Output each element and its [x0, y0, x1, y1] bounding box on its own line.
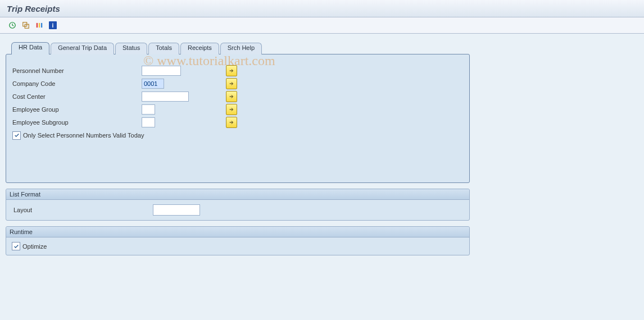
app-window: Trip Receipts i © www.tutorialkart.com H…	[0, 0, 644, 320]
input-employee-group[interactable]	[142, 104, 155, 115]
label-cost-center: Cost Center	[11, 93, 142, 100]
tab-srch-help[interactable]: Srch Help	[220, 43, 262, 54]
row-cost-center: Cost Center	[11, 90, 465, 103]
multiselect-cost-center[interactable]	[226, 91, 237, 102]
label-employee-group: Employee Group	[11, 106, 142, 113]
row-company-code: Company Code	[11, 77, 465, 90]
row-personnel-number: Personnel Number	[11, 65, 465, 77]
toolbar: i	[0, 17, 644, 34]
check-icon	[14, 132, 20, 138]
row-only-valid-today: Only Select Personnel Numbers Valid Toda…	[11, 129, 465, 141]
tab-receipts[interactable]: Receipts	[180, 43, 219, 54]
row-employee-subgroup: Employee Subgroup	[11, 116, 465, 129]
group-list-format: List Format Layout	[6, 189, 470, 221]
group-header-list-format: List Format	[6, 189, 469, 200]
variant-icon	[35, 21, 43, 29]
svg-rect-3	[37, 23, 38, 28]
input-company-code[interactable]	[142, 79, 164, 89]
tab-hr-data[interactable]: HR Data	[11, 42, 49, 54]
input-layout[interactable]	[153, 204, 200, 216]
arrow-right-icon	[229, 68, 234, 74]
variant-button[interactable]	[34, 20, 45, 31]
content-area: © www.tutorialkart.com HR Data General T…	[0, 34, 644, 320]
page-title: Trip Receipts	[7, 4, 60, 13]
arrow-right-icon	[229, 120, 234, 125]
clock-execute-icon	[8, 21, 16, 29]
checkbox-optimize[interactable]	[12, 242, 20, 250]
multiselect-employee-subgroup[interactable]	[226, 117, 237, 128]
multiselect-personnel-number[interactable]	[226, 65, 237, 76]
multiselect-employee-group[interactable]	[226, 104, 237, 115]
create-button[interactable]	[20, 20, 31, 31]
checkbox-only-valid-today[interactable]	[12, 131, 21, 140]
tab-general-trip-data[interactable]: General Trip Data	[51, 43, 114, 54]
execute-button[interactable]	[7, 20, 18, 31]
group-runtime: Runtime Optimize	[6, 226, 470, 255]
label-company-code: Company Code	[11, 80, 142, 87]
overlap-icon	[22, 21, 30, 29]
arrow-right-icon	[229, 81, 234, 86]
input-employee-subgroup[interactable]	[142, 117, 155, 127]
row-employee-group: Employee Group	[11, 103, 465, 116]
svg-rect-4	[39, 23, 40, 28]
tab-status[interactable]: Status	[115, 43, 147, 54]
label-only-valid-today: Only Select Personnel Numbers Valid Toda…	[23, 132, 144, 139]
input-cost-center[interactable]	[142, 92, 189, 102]
arrow-right-icon	[229, 107, 234, 112]
svg-rect-5	[41, 23, 42, 28]
arrow-right-icon	[229, 94, 234, 99]
info-button[interactable]: i	[47, 20, 58, 31]
tab-strip: HR Data General Trip Data Status Totals …	[11, 42, 638, 54]
label-optimize: Optimize	[22, 243, 47, 250]
label-layout: Layout	[12, 207, 153, 213]
multiselect-company-code[interactable]	[226, 78, 237, 89]
tab-body-hr-data: Personnel Number Company Code Cost Cente…	[6, 54, 470, 183]
group-header-runtime: Runtime	[6, 227, 469, 237]
input-personnel-number[interactable]	[142, 66, 181, 76]
check-icon	[13, 244, 19, 249]
label-personnel-number: Personnel Number	[11, 67, 142, 74]
title-bar: Trip Receipts	[0, 0, 644, 17]
label-employee-subgroup: Employee Subgroup	[11, 119, 142, 126]
info-icon: i	[49, 21, 57, 29]
tab-totals[interactable]: Totals	[148, 43, 179, 54]
